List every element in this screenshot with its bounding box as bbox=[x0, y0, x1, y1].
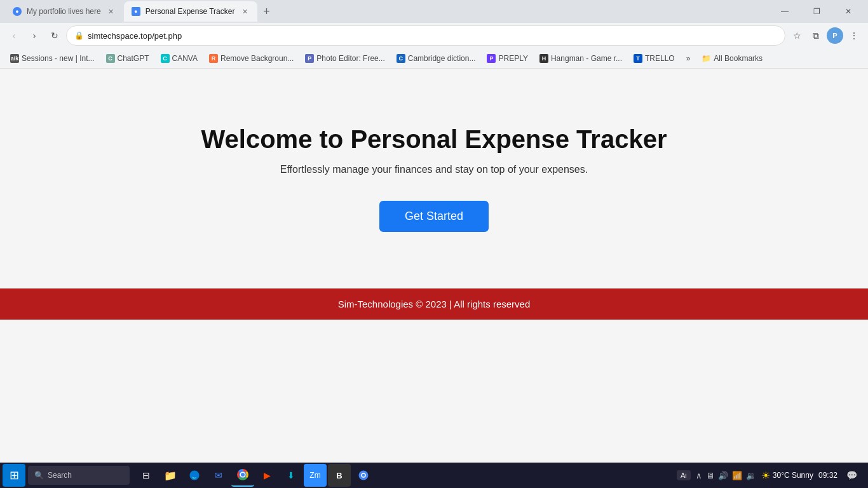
get-started-button[interactable]: Get Started bbox=[379, 201, 489, 232]
bookmark-trello-label: TRELLO bbox=[645, 54, 675, 63]
bookmark-remove-bg[interactable]: R Remove Backgroun... bbox=[204, 51, 299, 65]
bookmark-canva-label: CANVA bbox=[172, 54, 198, 63]
start-icon: ⊞ bbox=[10, 468, 19, 482]
bookmark-sessions[interactable]: aik Sessions - new | Int... bbox=[5, 51, 100, 65]
bookmarks-more-button[interactable]: » bbox=[681, 51, 696, 65]
bookmark-photo-editor[interactable]: P Photo Editor: Free... bbox=[300, 51, 390, 65]
taskbar-mail[interactable]: ✉ bbox=[207, 464, 230, 487]
minimize-button[interactable]: — bbox=[770, 1, 799, 22]
bookmark-star-button[interactable]: ☆ bbox=[788, 27, 806, 44]
window-controls: — ❐ ✕ bbox=[770, 1, 863, 22]
taskbar-ai-button[interactable]: Ai bbox=[677, 470, 691, 480]
taskbar-search[interactable]: 🔍 Search bbox=[28, 466, 130, 485]
bookmark-canva[interactable]: C CANVA bbox=[156, 51, 203, 65]
bookmark-chatgpt-label: ChatGPT bbox=[118, 54, 149, 63]
clock-time: 09:32 bbox=[818, 471, 837, 480]
bookmark-preply-label: PREPLY bbox=[498, 54, 527, 63]
taskbar-search-icon: 🔍 bbox=[34, 471, 44, 480]
taskbar-right: Ai ∧ 🖥 🔊 📶 🔉 ☀ 30°C Sunny 09:32 💬 bbox=[677, 466, 865, 484]
tab-portfolio[interactable]: ● My portfolio lives here ✕ bbox=[5, 1, 124, 22]
title-bar: ● My portfolio lives here ✕ ● Personal E… bbox=[0, 0, 868, 23]
bookmark-cambridge-label: Cambridge diction... bbox=[408, 54, 476, 63]
bookmark-favicon-trello: T bbox=[634, 54, 642, 63]
address-bar[interactable]: 🔒 simtechspace.top/pet.php bbox=[66, 25, 785, 46]
taskbar-zoom[interactable]: Zm bbox=[304, 464, 327, 487]
bookmark-favicon-preply: P bbox=[487, 54, 496, 63]
profile-avatar: P bbox=[827, 27, 843, 44]
browser-frame: ● My portfolio lives here ✕ ● Personal E… bbox=[0, 0, 868, 488]
chrome-menu-button[interactable]: ⋮ bbox=[845, 27, 863, 44]
close-button[interactable]: ✕ bbox=[834, 1, 863, 22]
navigation-toolbar: ‹ › ↻ 🔒 simtechspace.top/pet.php ☆ ⧉ P ⋮ bbox=[0, 23, 868, 48]
tray-volume[interactable]: 🔉 bbox=[746, 471, 756, 480]
forward-button[interactable]: › bbox=[25, 27, 43, 44]
bookmarks-bar: aik Sessions - new | Int... C ChatGPT C … bbox=[0, 48, 868, 69]
tray-sound[interactable]: 🔊 bbox=[718, 471, 728, 480]
page-title: Welcome to Personal Expense Tracker bbox=[201, 125, 667, 154]
bookmark-remove-label: Remove Backgroun... bbox=[220, 54, 294, 63]
sun-icon: ☀ bbox=[761, 470, 770, 482]
system-tray: ∧ 🖥 🔊 📶 🔉 bbox=[696, 471, 756, 480]
taskbar-app-chrome2[interactable] bbox=[352, 464, 375, 487]
taskbar-download[interactable]: ⬇ bbox=[280, 464, 302, 487]
tab-portfolio-label: My portfolio lives here bbox=[27, 7, 101, 16]
tray-up-arrow[interactable]: ∧ bbox=[696, 471, 702, 480]
profile-button[interactable]: P bbox=[826, 27, 844, 44]
page-subtitle: Effortlessly manage your finances and st… bbox=[280, 164, 588, 175]
taskbar-app-b[interactable]: B bbox=[328, 464, 351, 487]
notification-button[interactable]: 💬 bbox=[843, 466, 860, 484]
tab-portfolio-close[interactable]: ✕ bbox=[106, 6, 116, 17]
footer-text: Sim-Technologies © 2023 | All rights res… bbox=[338, 299, 531, 309]
bookmark-sessions-label: Sessions - new | Int... bbox=[22, 54, 95, 63]
bookmark-chatgpt[interactable]: C ChatGPT bbox=[101, 51, 154, 65]
bookmark-cambridge[interactable]: C Cambridge diction... bbox=[391, 51, 481, 65]
svg-point-2 bbox=[241, 473, 245, 477]
all-bookmarks-button[interactable]: 📁 All Bookmarks bbox=[696, 51, 768, 65]
lock-icon: 🔒 bbox=[74, 31, 84, 40]
tray-network[interactable]: 🖥 bbox=[706, 471, 714, 480]
weather-text: 30°C Sunny bbox=[773, 471, 813, 480]
start-button[interactable]: ⊞ bbox=[3, 464, 25, 487]
all-bookmarks-label: All Bookmarks bbox=[714, 54, 763, 63]
taskbar-file-explorer[interactable]: 📁 bbox=[159, 464, 182, 487]
back-button[interactable]: ‹ bbox=[5, 27, 23, 44]
taskbar-chrome[interactable] bbox=[231, 464, 254, 487]
tab-pet[interactable]: ● Personal Expense Tracker ✕ bbox=[124, 1, 258, 22]
bookmark-favicon-cambridge: C bbox=[397, 54, 405, 63]
bookmark-favicon-hangman: H bbox=[539, 54, 548, 63]
bookmark-preply[interactable]: P PREPLY bbox=[482, 51, 532, 65]
new-tab-button[interactable]: + bbox=[257, 3, 275, 20]
bookmark-photo-label: Photo Editor: Free... bbox=[316, 54, 384, 63]
taskbar-task-view[interactable]: ⊟ bbox=[135, 464, 158, 487]
bookmark-favicon-remove: R bbox=[209, 54, 218, 63]
tab-favicon-pet: ● bbox=[132, 7, 140, 16]
bookmark-hangman[interactable]: H Hangman - Game r... bbox=[534, 51, 627, 65]
bookmark-hangman-label: Hangman - Game r... bbox=[551, 54, 622, 63]
maximize-button[interactable]: ❐ bbox=[802, 1, 831, 22]
tab-favicon-portfolio: ● bbox=[13, 7, 22, 16]
bookmark-favicon-canva: C bbox=[161, 54, 170, 63]
bookmark-favicon-photo: P bbox=[305, 54, 314, 63]
page-footer: Sim-Technologies © 2023 | All rights res… bbox=[0, 288, 868, 320]
address-text: simtechspace.top/pet.php bbox=[88, 31, 777, 41]
taskbar-video[interactable]: ▶ bbox=[255, 464, 278, 487]
reload-button[interactable]: ↻ bbox=[46, 27, 64, 44]
weather-widget[interactable]: ☀ 30°C Sunny bbox=[761, 470, 813, 482]
tray-wifi[interactable]: 📶 bbox=[732, 471, 742, 480]
taskbar-search-text: Search bbox=[48, 471, 72, 480]
taskbar-edge[interactable] bbox=[183, 464, 206, 487]
bookmark-trello[interactable]: T TRELLO bbox=[628, 51, 680, 65]
toolbar-right-buttons: ☆ ⧉ P ⋮ bbox=[788, 27, 863, 44]
taskbar-apps: ⊟ 📁 ✉ ▶ ⬇ Zm B bbox=[135, 464, 375, 487]
taskbar-ai-label: Ai bbox=[681, 471, 687, 479]
page-main: Welcome to Personal Expense Tracker Effo… bbox=[0, 69, 868, 288]
bookmark-favicon-chatgpt: C bbox=[106, 54, 115, 63]
svg-point-5 bbox=[362, 474, 365, 477]
web-content: Welcome to Personal Expense Tracker Effo… bbox=[0, 69, 868, 488]
taskbar: ⊞ 🔍 Search ⊟ 📁 ✉ bbox=[0, 463, 868, 488]
tab-pet-close[interactable]: ✕ bbox=[240, 6, 250, 17]
bookmark-folder-icon: 📁 bbox=[702, 54, 711, 63]
tab-pet-label: Personal Expense Tracker bbox=[146, 7, 235, 16]
clock[interactable]: 09:32 bbox=[818, 471, 837, 480]
extensions-button[interactable]: ⧉ bbox=[807, 27, 825, 44]
